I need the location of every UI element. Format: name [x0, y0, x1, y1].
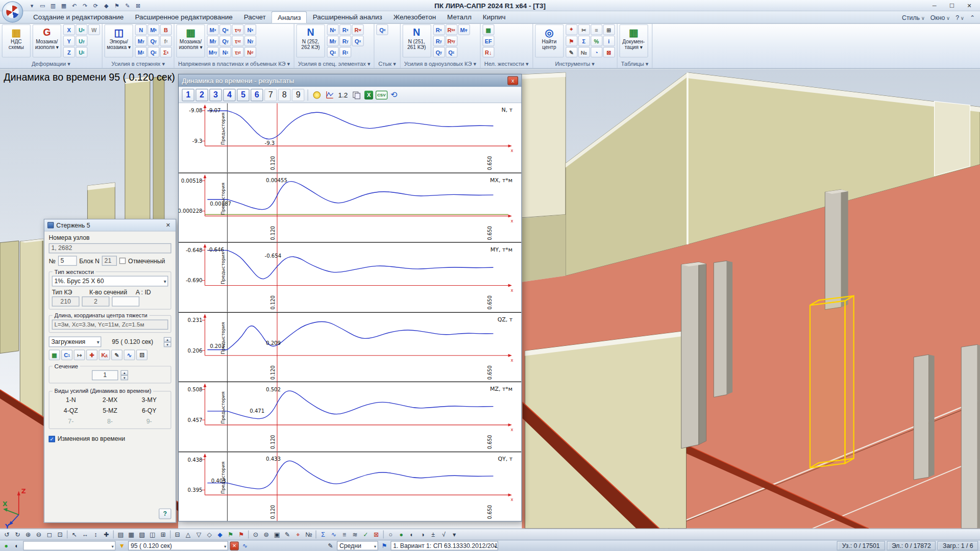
- ribbon-big-button[interactable]: NN (251, 261 КЭ): [402, 24, 431, 58]
- ribbon-button-R↓[interactable]: R↓: [482, 47, 494, 58]
- zoom-refresh-icon[interactable]: ⟲: [388, 89, 400, 101]
- ribbon-button-Mz[interactable]: Mz: [135, 47, 146, 58]
- bottom-toolbar-button-3[interactable]: ⊖: [34, 530, 44, 540]
- ribbon-button-Mφ[interactable]: Mφ: [458, 24, 470, 35]
- ribbon-button-Qy[interactable]: Qy: [219, 36, 231, 46]
- ribbon-button-τxy[interactable]: τxy: [232, 24, 243, 35]
- bottom-toolbar-button-36[interactable]: ≋: [350, 530, 360, 540]
- ribbon-collapse-icon[interactable]: ⌃: [970, 14, 975, 21]
- bottom-toolbar-button-45[interactable]: √: [439, 530, 449, 540]
- ribbon-big-button[interactable]: ◎Найти центр: [535, 24, 564, 58]
- bottom-toolbar-button-46[interactable]: ▾: [449, 530, 459, 540]
- bottom-toolbar-button-26[interactable]: ⊙: [251, 530, 261, 540]
- ribbon-button-Qz[interactable]: Qz: [327, 47, 338, 58]
- quick-access-icon-3[interactable]: ▦: [59, 1, 68, 10]
- ribbon-button-My[interactable]: My: [327, 36, 338, 46]
- copy-icon[interactable]: [351, 89, 362, 101]
- results-window-titlebar[interactable]: Динамика во времени - результаты x: [179, 74, 521, 87]
- bottom-toolbar-button-4[interactable]: ◻: [44, 530, 55, 540]
- series-button-1[interactable]: 1: [182, 88, 194, 101]
- time-step-combo[interactable]: 95 ( 0.120 сек): [128, 541, 228, 550]
- export-excel-icon[interactable]: X: [363, 89, 375, 101]
- rod-tool-icon-7[interactable]: ⚄: [136, 349, 148, 360]
- ribbon-button-τxz[interactable]: τxz: [232, 36, 243, 46]
- bottom-toolbar-button-31[interactable]: №: [304, 530, 314, 540]
- bottom-toolbar-button-43[interactable]: ◑: [418, 530, 428, 540]
- ribbon-button-Qy[interactable]: Qy: [148, 36, 159, 46]
- ribbon-button-Ny[interactable]: Ny: [244, 36, 256, 46]
- bottom-toolbar-button-34[interactable]: ∿: [329, 530, 339, 540]
- ribbon-button-Qy[interactable]: Qy: [433, 47, 445, 58]
- ribbon-button-⌖[interactable]: ⌖: [566, 24, 577, 35]
- rod-tool-icon-6[interactable]: ∿: [124, 349, 135, 360]
- force-type-4-QZ[interactable]: 4-QZ: [52, 407, 90, 414]
- quick-access-icon-4[interactable]: ↶: [70, 1, 79, 10]
- ribbon-button-Rx[interactable]: Rx: [433, 24, 445, 35]
- bottom-toolbar-button-37[interactable]: ✓: [361, 530, 371, 540]
- bottom-toolbar-button-29[interactable]: ✎: [282, 530, 292, 540]
- ribbon-button-Nz[interactable]: Nz: [219, 47, 231, 58]
- series-button-3[interactable]: 3: [209, 88, 222, 101]
- bottom-toolbar-button-23[interactable]: ⚑: [226, 530, 236, 540]
- bottom-toolbar-button-35[interactable]: ≡: [339, 530, 350, 540]
- ribbon-big-button[interactable]: ▦НДС схемы: [2, 24, 31, 58]
- rod-tool-icon-5[interactable]: ✎: [111, 349, 122, 360]
- ribbon-button-Nσ[interactable]: Nσ: [244, 47, 256, 58]
- ribbon-big-button[interactable]: NN (252, 262 КЭ): [296, 24, 325, 58]
- design-variant-combo[interactable]: 1. Вариант 1: СП 63.13330.2012/2018, |: [390, 541, 498, 550]
- ribbon-button-≡[interactable]: ≡: [591, 24, 602, 35]
- fragment-combo[interactable]: [23, 541, 115, 550]
- ribbon-tab-5[interactable]: Железобетон: [388, 11, 442, 23]
- series-button-4[interactable]: 4: [223, 88, 235, 101]
- ribbon-button-Qx[interactable]: Qx: [377, 24, 388, 35]
- help-menu[interactable]: ?: [955, 14, 964, 21]
- ribbon-button-№[interactable]: №: [578, 47, 590, 58]
- edit-variant-icon[interactable]: ✎: [326, 542, 335, 549]
- ribbon-button-Rx[interactable]: Rx: [339, 24, 351, 35]
- app-logo-icon[interactable]: [2, 1, 23, 22]
- variant-flag-icon[interactable]: ⚑: [380, 542, 388, 549]
- rod-tool-icon-0[interactable]: ▦: [49, 349, 60, 360]
- ribbon-button-Ry[interactable]: Ry: [339, 36, 351, 46]
- ribbon-button-Mxy[interactable]: Mxy: [207, 47, 218, 58]
- ribbon-big-button[interactable]: ▦Докумен- тация ▾: [619, 24, 648, 58]
- results-close-button[interactable]: x: [507, 77, 518, 85]
- loads-combo[interactable]: Загружения: [49, 337, 102, 347]
- section-field[interactable]: 1: [92, 370, 118, 381]
- chart-settings-icon[interactable]: [324, 89, 335, 101]
- section-spinner[interactable]: ▲▼: [120, 370, 128, 381]
- ribbon-button-Rw[interactable]: Rw: [352, 24, 363, 35]
- ribbon-button-Y[interactable]: Y: [63, 36, 75, 46]
- ribbon-tab-2[interactable]: Расчет: [238, 11, 272, 23]
- rod-tool-icon-3[interactable]: ✚: [86, 349, 97, 360]
- force-type-7-[interactable]: 7-: [52, 418, 90, 424]
- bottom-toolbar-button-21[interactable]: ◇: [204, 530, 214, 540]
- style-menu[interactable]: Стиль: [902, 14, 925, 21]
- quick-access-icon-10[interactable]: ⊠: [134, 1, 142, 10]
- ribbon-button-My[interactable]: My: [135, 36, 146, 46]
- run-status-icon[interactable]: ●: [2, 542, 11, 549]
- export-csv-icon[interactable]: CSV: [376, 89, 387, 101]
- ribbon-button-⚑[interactable]: ⚑: [566, 36, 577, 46]
- bottom-toolbar-button-42[interactable]: ◐: [407, 530, 417, 540]
- bottom-toolbar-button-1[interactable]: ↻: [12, 530, 22, 540]
- quick-access-icon-1[interactable]: ▭: [38, 1, 47, 10]
- series-button-8[interactable]: 8: [278, 88, 290, 101]
- ribbon-button-Ux[interactable]: Ux: [76, 24, 87, 35]
- rod-tool-icon-1[interactable]: C1: [61, 349, 72, 360]
- ribbon-button-✎[interactable]: ✎: [566, 47, 577, 58]
- ribbon-button-i[interactable]: i: [603, 36, 615, 46]
- ribbon-button-X[interactable]: X: [63, 24, 75, 35]
- minimize-button[interactable]: ─: [926, 1, 943, 10]
- ribbon-button-⊠[interactable]: ⊠: [603, 47, 615, 58]
- ribbon-button-✂[interactable]: ✂: [578, 24, 590, 35]
- series-button-7[interactable]: 7: [264, 88, 277, 101]
- ribbon-button-τyz[interactable]: τyz: [232, 47, 243, 58]
- quick-access-icon-6[interactable]: ⟳: [91, 1, 100, 10]
- maximize-button[interactable]: ☐: [944, 1, 960, 10]
- averaging-combo[interactable]: Средни: [337, 541, 378, 550]
- help-button[interactable]: ?: [159, 509, 171, 519]
- rod-dialog-titlebar[interactable]: Стержень 5 ✕: [44, 219, 176, 231]
- bottom-toolbar-button-5[interactable]: ⊡: [55, 530, 65, 540]
- window-menu[interactable]: Окно: [930, 14, 950, 21]
